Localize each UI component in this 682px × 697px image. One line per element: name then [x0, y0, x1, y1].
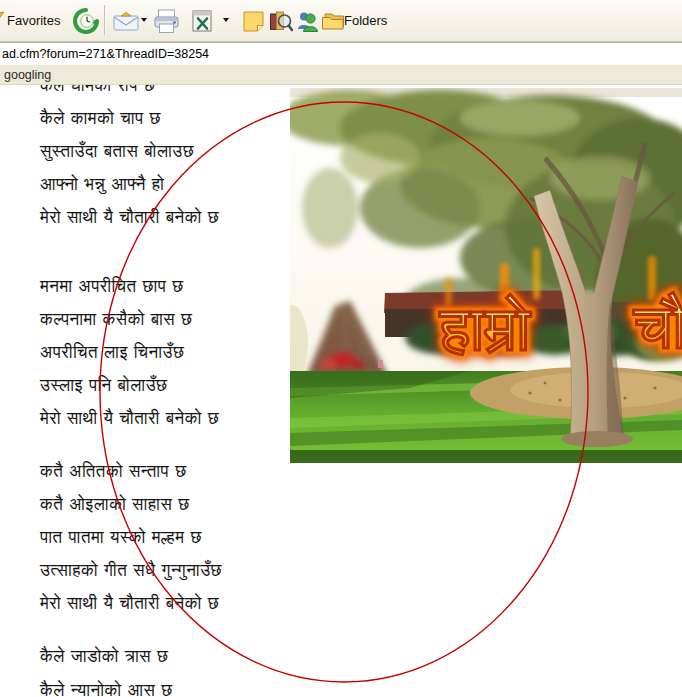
poem-line: सुस्ताउँदा बतास बोलाउछ: [40, 141, 194, 161]
toolbar-separator: [104, 5, 106, 35]
mail-dropdown-arrow[interactable]: [141, 18, 147, 22]
discuss-button[interactable]: [238, 6, 268, 36]
google-search-text[interactable]: googling: [4, 68, 51, 82]
poem-line: उत्साहको गीत सधै गुन्गुनाउँछ: [40, 560, 222, 580]
edit-excel-icon: [192, 10, 213, 33]
small-figure: [378, 360, 383, 368]
research-books-icon: [268, 9, 293, 34]
browser-window: Favorites: [0, 0, 682, 697]
poem-line: कैले कामको चाप छ: [40, 108, 161, 128]
flame-word-2: चौ: [632, 290, 682, 363]
poem-line: कैले जाडोको त्रास छ: [40, 646, 169, 666]
poem-line: अपरीचित लाइ चिनाउँछ: [40, 342, 184, 362]
ie-toolbar: Favorites: [0, 0, 682, 42]
google-toolbar[interactable]: googling: [0, 65, 682, 85]
poem-line: कैले न्यानोको आस छ: [40, 680, 173, 697]
poem-line: कतै ओइलाको साहास छ: [40, 494, 190, 514]
folders-label[interactable]: Folders: [344, 13, 387, 28]
discuss-note-icon: [242, 10, 265, 33]
print-button[interactable]: [151, 6, 181, 36]
mail-button[interactable]: [111, 6, 141, 36]
poem-line: कतै अतितको सन्ताप छ: [40, 461, 187, 481]
mail-icon: [113, 11, 140, 31]
poem-line: मेरो साथी यै चौतारी बनेको छ: [40, 207, 219, 227]
chautari-photo: हाम्रो चौ हाम्रो चौ हाम्रो चौ: [290, 88, 682, 463]
history-button[interactable]: [71, 6, 101, 36]
edit-dropdown-arrow[interactable]: [223, 18, 229, 22]
print-icon: [153, 9, 180, 34]
poem-line: उस्लाइ पनि बोलाउँछ: [40, 375, 168, 395]
history-icon: [73, 8, 99, 34]
page-content: कैले घामको राप छ कैले कामको चाप छ सुस्ता…: [0, 85, 682, 697]
flame-word-1: हाम्रो: [438, 292, 532, 365]
poem-line: मेरो साथी यै चौतारी बनेको छ: [40, 593, 219, 613]
favorites-label[interactable]: Favorites: [7, 13, 60, 28]
poem-line: मनमा अपरीचित छाप छ: [40, 276, 184, 296]
poem-line: कैले घामको राप छ: [40, 85, 155, 95]
poem-line: आफ्नो भन्नु आफ्नै हो: [40, 174, 164, 194]
research-button[interactable]: [265, 6, 295, 36]
poem-line: मेरो साथी यै चौतारी बनेको छ: [40, 408, 219, 428]
messenger-icon: [295, 10, 320, 33]
address-url[interactable]: ad.cfm?forum=271&ThreadID=38254: [2, 47, 209, 61]
address-bar[interactable]: ad.cfm?forum=271&ThreadID=38254: [0, 42, 682, 66]
poem-line: पात पातमा यस्को मल्हम छ: [40, 527, 202, 547]
folders-icon: [321, 11, 346, 32]
poem-line: कल्पनामा कसैको बास छ: [40, 309, 193, 329]
edit-excel-button[interactable]: [187, 6, 217, 36]
